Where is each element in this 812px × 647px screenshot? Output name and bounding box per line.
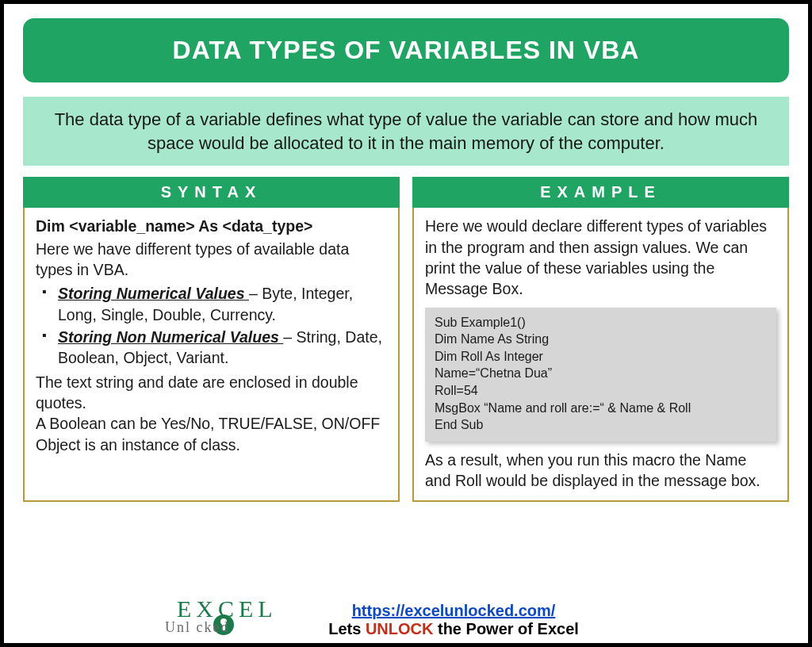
footer: https://excelunlocked.com/ Lets UNLOCK t… <box>4 602 808 638</box>
syntax-column: SYNTAX Dim <variable_name> As <data_type… <box>23 177 400 502</box>
syntax-note-object: Object is an instance of class. <box>36 435 387 455</box>
syntax-lead-text: Here we have different types of availabl… <box>36 239 387 281</box>
bullet-label: Storing Numerical Values <box>58 285 249 302</box>
code-line: Dim Roll As Integer <box>435 348 767 366</box>
footer-tagline: Lets UNLOCK the Power of Excel <box>328 620 579 637</box>
syntax-body: Dim <variable_name> As <data_type> Here … <box>23 208 400 502</box>
tagline-unlock: UNLOCK <box>366 620 434 637</box>
syntax-declaration: Dim <variable_name> As <data_type> <box>36 216 387 236</box>
example-header: EXAMPLE <box>412 177 789 208</box>
code-line: Dim Name As String <box>435 331 767 348</box>
bullet-label: Storing Non Numerical Values <box>58 328 283 346</box>
syntax-bullet-list: Storing Numerical Values – Byte, Integer… <box>36 283 387 368</box>
syntax-bullet-item: Storing Non Numerical Values – String, D… <box>40 327 387 369</box>
syntax-bullet-item: Storing Numerical Values – Byte, Integer… <box>40 283 387 325</box>
code-line: Name=“Chetna Dua” <box>435 365 767 382</box>
code-line: End Sub <box>435 416 767 434</box>
example-code-block: Sub Example1()Dim Name As StringDim Roll… <box>425 308 776 442</box>
footer-url-link[interactable]: https://excelunlocked.com/ <box>352 602 556 619</box>
code-line: Sub Example1() <box>435 314 767 331</box>
intro-paragraph: The data type of a variable defines what… <box>23 97 789 166</box>
two-column-layout: SYNTAX Dim <variable_name> As <data_type… <box>23 177 789 502</box>
tagline-post: the Power of Excel <box>433 620 578 637</box>
page-title: DATA TYPES OF VARIABLES IN VBA <box>23 18 789 82</box>
document-frame: DATA TYPES OF VARIABLES IN VBA The data … <box>0 0 812 647</box>
example-intro-text: Here we would declare different types of… <box>425 216 776 299</box>
syntax-note-boolean: A Boolean can be Yes/No, TRUE/FALSE, ON/… <box>36 413 387 434</box>
example-outro-text: As a result, when you run this macro the… <box>425 450 776 492</box>
tagline-pre: Lets <box>328 620 366 637</box>
syntax-note-quotes: The text string and date are enclosed in… <box>36 372 387 414</box>
syntax-header: SYNTAX <box>23 177 400 208</box>
example-body: Here we would declare different types of… <box>412 208 789 502</box>
example-column: EXAMPLE Here we would declare different … <box>412 177 789 502</box>
code-line: Roll=54 <box>435 382 767 400</box>
code-line: MsgBox “Name and roll are:=“ & Name & Ro… <box>435 400 767 417</box>
